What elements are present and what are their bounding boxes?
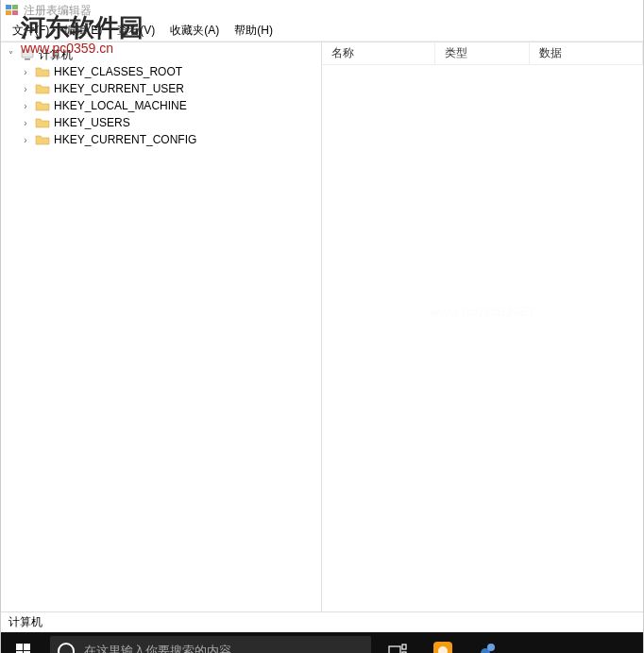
window-title: 注册表编辑器 [24,3,92,19]
chevron-right-icon[interactable]: › [20,134,31,145]
column-name[interactable]: 名称 [322,42,435,64]
chevron-right-icon[interactable]: › [20,66,31,77]
menu-bar: 文件(F) 编辑(E) 查看(V) 收藏夹(A) 帮助(H) [1,21,643,42]
tree-hive-users[interactable]: › HKEY_USERS [16,114,321,131]
windows-icon [16,644,31,653]
search-placeholder: 在这里输入你要搜索的内容 [84,643,231,653]
title-bar: 注册表编辑器 [1,0,643,21]
folder-icon [35,98,50,113]
folder-icon [35,115,50,130]
task-view-button[interactable] [375,632,420,653]
svg-point-16 [487,644,495,651]
watermark-center: www.pc0359.NET [430,304,534,319]
svg-rect-1 [12,5,18,9]
app-icon [5,3,20,18]
chevron-right-icon[interactable]: › [20,117,31,128]
taskbar: 在这里输入你要搜索的内容 [1,632,643,653]
list-body[interactable]: www.pc0359.NET [322,65,643,611]
column-type[interactable]: 类型 [435,42,530,64]
content-area: ˅ 计算机 › HKEY_CLASSES_ROOT › HKEY_CURRENT… [1,42,643,611]
tree-pane[interactable]: ˅ 计算机 › HKEY_CLASSES_ROOT › HKEY_CURRENT… [1,42,322,611]
svg-rect-10 [389,646,400,653]
app-icon-blue [477,640,500,653]
menu-help[interactable]: 帮助(H) [227,21,280,41]
menu-view[interactable]: 查看(V) [110,21,162,41]
chevron-down-icon[interactable]: ˅ [5,49,16,60]
column-data[interactable]: 数据 [530,42,643,64]
app-icon-orange [432,640,454,653]
menu-file[interactable]: 文件(F) [5,21,57,41]
tree-hive-current-user[interactable]: › HKEY_CURRENT_USER [16,80,321,97]
folder-icon [35,132,50,147]
folder-icon [35,81,50,96]
svg-rect-2 [6,10,11,15]
svg-rect-3 [12,10,18,15]
tree-root-label: 计算机 [39,47,73,63]
taskbar-app-2[interactable] [466,632,511,653]
taskbar-app-1[interactable] [420,632,466,653]
svg-rect-5 [25,59,30,60]
tree-hive-current-config[interactable]: › HKEY_CURRENT_CONFIG [16,131,321,148]
svg-rect-0 [6,5,11,9]
tree-children: › HKEY_CLASSES_ROOT › HKEY_CURRENT_USER … [1,63,321,148]
chevron-right-icon[interactable]: › [20,100,31,111]
svg-rect-6 [16,644,23,650]
tree-hive-local-machine[interactable]: › HKEY_LOCAL_MACHINE [16,97,321,114]
list-pane: 名称 类型 数据 www.pc0359.NET [322,42,643,611]
status-path: 计算机 [8,614,42,630]
tree-hive-label: HKEY_USERS [54,116,130,129]
tree-hive-classes-root[interactable]: › HKEY_CLASSES_ROOT [16,63,321,80]
menu-edit[interactable]: 编辑(E) [57,21,110,41]
tree-hive-label: HKEY_CLASSES_ROOT [54,65,182,78]
tree-root[interactable]: ˅ 计算机 [1,46,321,63]
tree-hive-label: HKEY_CURRENT_CONFIG [54,133,196,146]
status-bar: 计算机 [1,611,643,632]
tree-hive-label: HKEY_CURRENT_USER [54,82,184,95]
svg-rect-4 [22,50,33,58]
menu-favorites[interactable]: 收藏夹(A) [162,21,227,41]
search-box[interactable]: 在这里输入你要搜索的内容 [50,636,371,653]
start-button[interactable] [1,632,46,653]
svg-rect-7 [24,644,30,650]
chevron-right-icon[interactable]: › [20,83,31,94]
list-header: 名称 类型 数据 [322,42,643,65]
task-view-icon [388,644,407,653]
cortana-icon [58,643,75,653]
tree-hive-label: HKEY_LOCAL_MACHINE [54,99,187,112]
folder-icon [35,64,50,79]
svg-rect-11 [402,645,406,649]
computer-icon [20,47,35,62]
